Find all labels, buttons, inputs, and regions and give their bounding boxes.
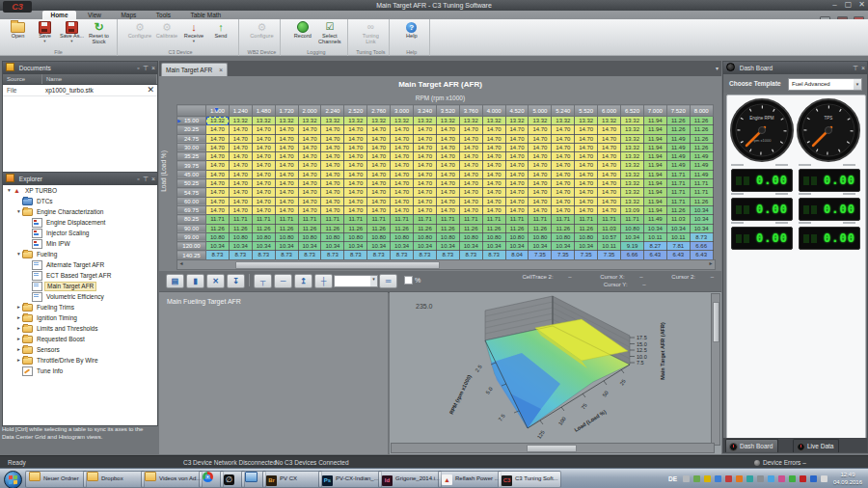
graph-list-pane[interactable]: Main Fueling Target AFR: [159, 291, 388, 454]
tree-item-sensors[interactable]: ▸Sensors: [3, 344, 157, 355]
table-cell[interactable]: 14.70: [367, 143, 391, 151]
tab-dash-board[interactable]: Dash Board: [725, 439, 778, 452]
row-header-35.25[interactable]: 35.25: [177, 152, 206, 161]
table-cell[interactable]: 10.80: [321, 232, 344, 241]
row-header-80.25[interactable]: 80.25: [177, 215, 206, 224]
table-cell[interactable]: 11.03: [598, 224, 621, 232]
table-cell[interactable]: 8.73: [344, 251, 367, 259]
table-cell[interactable]: 14.70: [436, 197, 459, 205]
row-header-50.25[interactable]: 50.25: [177, 179, 206, 188]
table-cell[interactable]: 11.71: [252, 215, 275, 224]
table-cell[interactable]: 14.70: [529, 179, 552, 188]
table-cell[interactable]: 14.70: [505, 197, 529, 205]
table-cell[interactable]: 14.70: [391, 170, 414, 178]
table-cell[interactable]: 10.57: [598, 232, 621, 241]
table-cell[interactable]: 14.70: [229, 161, 252, 170]
tray-icon[interactable]: [736, 475, 743, 482]
column-name[interactable]: Name: [42, 74, 157, 84]
table-cell[interactable]: 7.35: [552, 251, 575, 259]
tree-expander-icon[interactable]: ▸: [15, 334, 22, 344]
table-cell[interactable]: 14.70: [344, 143, 367, 151]
tree-expander-icon[interactable]: ▸: [15, 344, 22, 355]
minus-button[interactable]: ─: [274, 274, 292, 288]
smooth-button[interactable]: ┬: [254, 274, 272, 288]
table-cell[interactable]: 14.70: [552, 197, 575, 205]
table-cell[interactable]: 11.71: [575, 215, 598, 224]
table-cell[interactable]: 14.70: [321, 134, 344, 143]
table-cell[interactable]: 14.70: [436, 179, 459, 188]
table-cell[interactable]: 13.32: [621, 179, 644, 188]
table-cell[interactable]: 14.70: [367, 179, 391, 188]
table-cell[interactable]: 14.70: [529, 161, 552, 170]
table-cell[interactable]: 10.34: [666, 224, 690, 232]
row-header-60.00[interactable]: 60.00: [177, 197, 206, 205]
reset-to-stock-button[interactable]: ↻Reset to Stock: [86, 20, 112, 45]
panel-close-icon[interactable]: ×: [151, 176, 155, 182]
table-cell[interactable]: 10.34: [690, 205, 713, 214]
table-cell[interactable]: 14.70: [344, 134, 367, 143]
table-cell[interactable]: 14.70: [414, 179, 437, 188]
table-cell[interactable]: 11.26: [690, 125, 713, 134]
table-cell[interactable]: 14.70: [206, 205, 230, 214]
tray-icon[interactable]: [810, 475, 817, 482]
table-cell[interactable]: 14.70: [275, 143, 298, 151]
table-cell[interactable]: 11.71: [367, 215, 391, 224]
table-cell[interactable]: 14.70: [552, 152, 575, 161]
table-cell[interactable]: 8.73: [229, 251, 252, 259]
table-cell[interactable]: 14.70: [575, 179, 598, 188]
table-cell[interactable]: 14.70: [552, 143, 575, 151]
row-header-39.75[interactable]: 39.75: [177, 161, 206, 170]
table-cell[interactable]: 14.70: [229, 143, 252, 151]
table-cell[interactable]: 10.80: [229, 232, 252, 241]
table-cell[interactable]: 14.70: [229, 125, 252, 134]
table-cell[interactable]: 14.70: [275, 205, 298, 214]
tree-item-tune-info[interactable]: Tune Info: [3, 366, 157, 376]
table-cell[interactable]: 14.70: [414, 170, 437, 178]
tree-item-ect-based-target-afr[interactable]: ECT Based Target AFR: [3, 270, 157, 281]
table-cell[interactable]: 8.73: [321, 251, 344, 259]
table-cell[interactable]: 14.70: [436, 134, 459, 143]
table-cell[interactable]: 14.70: [598, 143, 621, 151]
apply-button[interactable]: ═: [379, 274, 397, 288]
table-cell[interactable]: 14.70: [505, 152, 529, 161]
table-cell[interactable]: 11.71: [436, 215, 459, 224]
configure-wb2-button[interactable]: ⚙Configure: [249, 20, 275, 40]
column-header-8.000[interactable]: 8.000: [690, 105, 713, 117]
plot-vertical-scrollbar[interactable]: [711, 293, 720, 446]
tray-icon[interactable]: [725, 475, 732, 482]
table-cell[interactable]: 8.73: [275, 251, 298, 259]
table-cell[interactable]: 14.70: [298, 170, 321, 178]
tray-icon[interactable]: [715, 475, 721, 482]
table-cell[interactable]: 14.70: [459, 152, 482, 161]
table-cell[interactable]: 14.70: [229, 134, 252, 143]
table-cell[interactable]: 11.03: [666, 215, 690, 224]
table-cell[interactable]: 11.94: [643, 125, 666, 134]
table-cell[interactable]: 13.32: [344, 117, 367, 125]
tab-view[interactable]: View: [80, 11, 109, 19]
tree-item-throttle-drive-by-wire[interactable]: ▸Throttle/Drive By Wire: [3, 355, 157, 366]
table-cell[interactable]: 14.70: [552, 188, 575, 197]
table-cell[interactable]: 14.70: [275, 152, 298, 161]
tab-tools[interactable]: Tools: [149, 11, 178, 19]
table-cell[interactable]: 13.32: [621, 197, 644, 205]
calibrate-button[interactable]: ⚙Calibrate: [153, 20, 179, 42]
table-cell[interactable]: 14.70: [575, 143, 598, 151]
table-cell[interactable]: 11.49: [666, 143, 690, 151]
table-cell[interactable]: 10.34: [482, 242, 505, 251]
table-cell[interactable]: 8.73: [252, 251, 275, 259]
tree-expander-icon[interactable]: ▾: [15, 249, 22, 259]
table-cell[interactable]: 11.26: [575, 224, 598, 232]
table-cell[interactable]: 14.70: [414, 152, 437, 161]
table-cell[interactable]: 13.32: [598, 117, 621, 125]
table-cell[interactable]: 14.70: [344, 152, 367, 161]
table-cell[interactable]: 14.70: [482, 143, 505, 151]
table-cell[interactable]: 14.70: [482, 125, 505, 134]
table-cell[interactable]: 11.71: [391, 215, 414, 224]
table-cell[interactable]: 13.09: [621, 205, 644, 214]
table-cell[interactable]: 14.70: [275, 125, 298, 134]
table-cell[interactable]: 8.73: [459, 251, 482, 259]
table-cell[interactable]: 11.71: [529, 215, 552, 224]
tree-expander-icon[interactable]: ▸: [15, 323, 22, 334]
tab-overflow-icon[interactable]: ▾: [716, 65, 719, 71]
table-cell[interactable]: 14.70: [252, 143, 275, 151]
